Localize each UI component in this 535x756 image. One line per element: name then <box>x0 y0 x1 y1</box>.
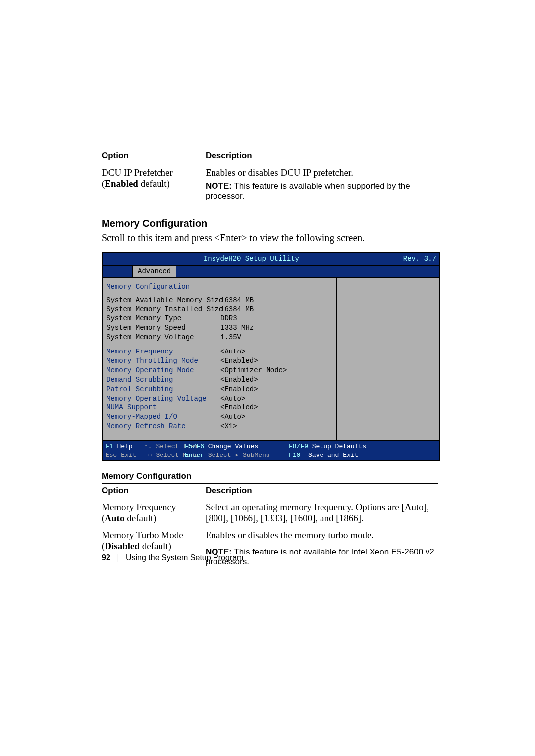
bios-item-memory-mapped-io[interactable]: Memory-Mapped I/O <box>107 412 220 422</box>
bios-panel-header: Memory Configuration <box>107 282 332 296</box>
table2-title: Memory Configuration <box>102 471 438 481</box>
bios-help-panel <box>337 278 439 440</box>
options-table-1: Option Description DCU IP Prefetcher (En… <box>102 149 438 204</box>
bios-item-numa-support[interactable]: NUMA Support <box>107 403 220 412</box>
bios-settings-group: Memory Frequency<Auto> Memory Throttling… <box>107 347 332 431</box>
option-default: (Auto default) <box>102 513 201 524</box>
option-default: (Disabled default) <box>102 541 201 552</box>
bios-tab-advanced[interactable]: Advanced <box>132 266 176 277</box>
option-desc: Enables or disables the memory turbo mod… <box>206 530 438 541</box>
col-description: Description <box>206 484 438 499</box>
bios-item-memory-throttling[interactable]: Memory Throttling Mode <box>107 356 220 366</box>
bios-rev: Rev. 3.7 <box>400 253 439 265</box>
bios-readonly-group: System Available Memory Size16384 MB Sys… <box>107 296 332 342</box>
bios-item-memory-operating-voltage[interactable]: Memory Operating Voltage <box>107 394 220 403</box>
option-desc: Enables or disables DCU IP prefetcher. <box>206 167 438 178</box>
bios-item-memory-frequency[interactable]: Memory Frequency <box>107 347 220 356</box>
option-note: NOTE: This feature is available when sup… <box>206 181 438 201</box>
option-name: Memory Turbo Mode <box>102 530 201 541</box>
section-heading: Memory Configuration <box>102 218 438 229</box>
bios-item-patrol-scrubbing[interactable]: Patrol Scrubbing <box>107 385 220 394</box>
bios-item-memory-operating-mode[interactable]: Memory Operating Mode <box>107 366 220 375</box>
option-default: (Enabled default) <box>102 178 201 189</box>
col-option: Option <box>102 484 206 499</box>
bios-item-demand-scrubbing[interactable]: Demand Scrubbing <box>107 375 220 385</box>
option-name: Memory Frequency <box>102 502 201 513</box>
bios-screenshot: InsydeH20 Setup Utility Rev. 3.7 Advance… <box>102 252 440 461</box>
bios-title: InsydeH20 Setup Utility <box>201 253 302 265</box>
page-footer: 92 | Using the System Setup Program <box>102 554 243 562</box>
bios-footer: F1 Help ↑↓ Select Item F5/F6 Change Valu… <box>103 440 439 460</box>
option-desc: Select an operating memory frequency. Op… <box>206 499 438 527</box>
section-intro: Scroll to this item and press <Enter> to… <box>102 232 438 244</box>
col-option: Option <box>102 149 206 164</box>
bios-item-memory-refresh-rate[interactable]: Memory Refresh Rate <box>107 422 220 431</box>
col-description: Description <box>206 149 438 164</box>
option-name: DCU IP Prefetcher <box>102 167 201 178</box>
